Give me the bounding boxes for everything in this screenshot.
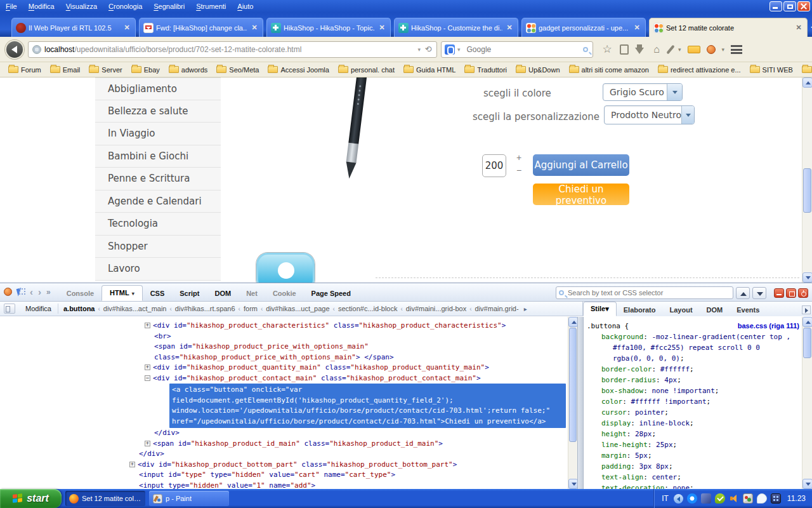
menu-item-strumenti[interactable]: Strumenti xyxy=(190,1,232,12)
request-quote-button[interactable]: Chiedi un preventivo xyxy=(533,184,629,205)
volume-tray-icon[interactable] xyxy=(729,493,739,504)
side-tab-dom[interactable]: DOM xyxy=(700,304,730,316)
minimize-window-button[interactable] xyxy=(769,1,782,11)
firebug-detach-icon[interactable] xyxy=(786,288,796,298)
html-tree-row[interactable]: <a class="buttona" onclick="var field=do… xyxy=(130,384,577,428)
css-property[interactable]: box-shadow: none !important; xyxy=(584,385,793,396)
quantity-input[interactable] xyxy=(482,154,506,177)
breadcrumb-item[interactable]: div#hikas...rt.span6 xyxy=(174,304,237,314)
breadcrumb-item[interactable]: div#main.grid- xyxy=(474,304,520,314)
node-expander-icon[interactable]: + xyxy=(145,323,150,328)
css-rule-selector[interactable]: .buttona { xyxy=(587,321,629,331)
html-panel-scrollbar[interactable] xyxy=(568,317,577,489)
bookmark-item[interactable]: trucchi joomla 2.5 xyxy=(797,66,812,74)
firebug-icon[interactable] xyxy=(707,45,716,54)
bookmark-item[interactable]: Email xyxy=(46,66,85,74)
app-tray-icon[interactable] xyxy=(771,493,781,504)
sidebar-item-tecnologia[interactable]: Tecnologia xyxy=(95,213,221,236)
html-tree-row[interactable]: <input type="hidden" value="1" name="add… xyxy=(130,481,577,490)
search-previous-icon[interactable] xyxy=(736,287,750,299)
breadcrumb-item[interactable]: section#c...id-block xyxy=(337,304,399,314)
search-icon[interactable] xyxy=(583,47,588,52)
quantity-minus-button[interactable]: − xyxy=(514,166,524,175)
teamviewer-tray-icon[interactable] xyxy=(687,493,697,504)
sidebar-item-agende-e-calendari[interactable]: Agende e Calendari xyxy=(95,190,221,213)
taskbar-task[interactable]: Set 12 matite colorat... xyxy=(65,491,145,506)
breadcrumb-item[interactable]: div#maini...grid-box xyxy=(405,304,468,314)
browser-tab[interactable]: Set 12 matite colorate✕ xyxy=(649,18,808,37)
side-panel-toggle-icon[interactable] xyxy=(4,304,15,314)
bookmark-star-icon[interactable]: ☆ xyxy=(601,43,613,56)
side-tab-stile[interactable]: Stile▾ xyxy=(583,302,617,316)
sidebar-item-shopper[interactable]: Shopper xyxy=(95,236,221,258)
display-tray-icon[interactable] xyxy=(701,493,711,504)
html-tree-row[interactable]: <br> xyxy=(130,331,577,342)
menu-item-modifica[interactable]: Modifica xyxy=(23,1,60,12)
node-expander-icon[interactable]: + xyxy=(129,462,135,467)
side-tab-events[interactable]: Events xyxy=(730,304,766,316)
search-engine-dropdown-icon[interactable]: ▾ xyxy=(455,46,463,53)
sidebar-item-penne-e-scrittura[interactable]: Penne e Scrittura xyxy=(95,168,221,190)
css-property[interactable]: display: inline-block; xyxy=(584,418,793,429)
bookmark-item[interactable]: Seo/Meta xyxy=(212,66,263,74)
scroll-up-icon[interactable] xyxy=(802,77,812,88)
css-property[interactable]: margin: 5px; xyxy=(584,450,793,461)
html-tree-row[interactable]: </div> xyxy=(130,449,577,460)
html-tree-row[interactable]: +<div id="hikashop_product_quantity_main… xyxy=(130,363,577,373)
scroll-up-icon[interactable] xyxy=(568,317,577,327)
edit-button[interactable]: Modifica xyxy=(19,304,58,314)
menu-item-segnalibri[interactable]: Segnalibri xyxy=(148,1,190,12)
browser-tab[interactable]: HikaShop - HikaShop - Topic...✕ xyxy=(266,18,391,37)
css-property[interactable]: text-align: center; xyxy=(584,472,793,483)
menu-item-aiuto[interactable]: Aiuto xyxy=(232,1,259,12)
security-check-tray-icon[interactable] xyxy=(715,493,725,504)
firebug-tab-page-speed[interactable]: Page Speed xyxy=(304,286,358,301)
browser-tab[interactable]: gadget personalizzati - upe...✕ xyxy=(521,18,646,37)
color-select[interactable]: Grigio Scuro xyxy=(603,83,683,101)
inspect-element-icon[interactable] xyxy=(17,288,25,296)
messenger-tray-icon[interactable] xyxy=(757,493,767,504)
scroll-down-icon[interactable] xyxy=(802,272,812,283)
html-tree-row[interactable]: −<div id="hikashop_product_contact_main"… xyxy=(130,373,577,384)
firebug-search-box[interactable] xyxy=(556,286,733,299)
url-bar[interactable]: localhost /upedownitalia/ufficio/borse/p… xyxy=(28,41,437,58)
sidebar-item-in-viaggio[interactable]: In Viaggio xyxy=(95,123,221,145)
side-tab-elaborato[interactable]: Elaborato xyxy=(617,304,663,316)
selected-node[interactable]: <a class="buttona" onclick="var field=do… xyxy=(169,384,566,428)
search-input[interactable] xyxy=(463,45,583,54)
css-property[interactable]: border-radius: 4px; xyxy=(584,375,793,385)
eyedropper-icon[interactable] xyxy=(666,44,674,54)
html-tree-row[interactable]: <span id="hikashop_product_price_with_op… xyxy=(130,342,577,363)
eyedropper-dropdown-icon[interactable]: ▾ xyxy=(678,46,681,53)
css-source-link[interactable]: base.css (riga 111) xyxy=(738,321,799,331)
html-tree-row[interactable]: +<div id="hikashop_product_characteristi… xyxy=(130,321,577,331)
personalization-select[interactable]: Prodotto Neutro xyxy=(604,105,695,124)
breadcrumb-item[interactable]: div#hikas...act_main xyxy=(102,304,168,314)
firebug-deactivate-icon[interactable] xyxy=(798,288,808,298)
home-icon[interactable]: ⌂ xyxy=(650,43,663,56)
page-scrollbar[interactable] xyxy=(802,77,812,283)
html-scroll-thumb[interactable] xyxy=(569,328,577,442)
style-panel-scrollbar[interactable] xyxy=(802,317,812,489)
side-tab-layout[interactable]: Layout xyxy=(663,304,700,316)
downloads-icon[interactable] xyxy=(635,44,644,54)
firebug-tab-console[interactable]: Console xyxy=(59,286,102,301)
history-back-icon[interactable]: ‹ xyxy=(30,287,33,297)
tab-close-icon[interactable]: ✕ xyxy=(122,23,131,32)
html-tree-row[interactable]: <input id="type" type="hidden" value="ca… xyxy=(130,470,577,481)
firebug-dropdown-icon[interactable]: ▾ xyxy=(722,46,725,53)
browser-tab[interactable]: HikaShop - Customize the di...✕ xyxy=(394,18,518,37)
menu-item-visualizza[interactable]: Visualizza xyxy=(60,1,103,12)
sidebar-item-lavoro[interactable]: Lavoro xyxy=(95,258,221,281)
firebug-tab-html[interactable]: HTML▾ xyxy=(102,285,143,301)
bookmark-item[interactable]: personal. chat xyxy=(334,66,399,74)
browser-tab[interactable]: Fwd: [HikaShop] change cla...✕ xyxy=(139,18,263,37)
html-tree-row[interactable]: </div> xyxy=(130,428,577,439)
bookmarks-panel-icon[interactable] xyxy=(620,44,629,55)
sidebar-item-bellezza-e-salute[interactable]: Bellezza e salute xyxy=(95,100,221,123)
breadcrumb-scroll-icon[interactable]: ▸ xyxy=(520,305,531,312)
firebug-tab-cookie[interactable]: Cookie xyxy=(265,286,304,301)
firebug-tab-css[interactable]: CSS xyxy=(143,286,173,301)
firebug-minimize-icon[interactable] xyxy=(774,288,784,298)
bookmark-item[interactable]: Guida HTML xyxy=(399,66,460,74)
